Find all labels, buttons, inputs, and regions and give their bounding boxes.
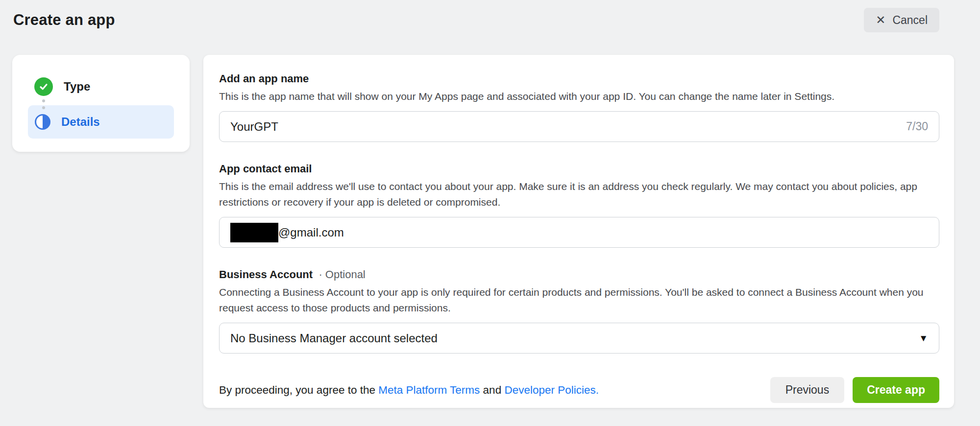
footer-buttons: Previous Create app xyxy=(770,377,939,403)
app-name-description: This is the app name that will show on y… xyxy=(219,89,939,104)
previous-button[interactable]: Previous xyxy=(770,377,844,403)
email-domain-text: @gmail.com xyxy=(278,226,344,239)
contact-email-label: App contact email xyxy=(219,163,939,175)
stepper-connector-dot xyxy=(42,99,45,102)
half-filled-circle-icon xyxy=(35,114,50,130)
create-app-button[interactable]: Create app xyxy=(853,377,939,403)
contact-email-value: @gmail.com xyxy=(230,223,344,242)
chevron-down-icon: ▼ xyxy=(919,333,928,344)
contact-email-input[interactable]: @gmail.com xyxy=(219,217,939,248)
optional-label-text: · Optional xyxy=(318,268,365,281)
content-area: Type Details Add an app name This is the… xyxy=(0,55,980,408)
stepper-step-details[interactable]: Details xyxy=(28,105,174,139)
create-app-page: Create an app ✕ Cancel Type Details xyxy=(0,0,980,426)
terms-prefix: By proceeding, you agree to the xyxy=(219,384,378,396)
optional-label: · Optional xyxy=(316,268,366,281)
redacted-email-box xyxy=(230,223,278,242)
stepper-step-type[interactable]: Type xyxy=(12,55,190,96)
terms-text: By proceeding, you agree to the Meta Pla… xyxy=(219,384,599,397)
page-header: Create an app ✕ Cancel xyxy=(0,0,980,32)
app-name-char-counter: 7/30 xyxy=(906,120,928,133)
business-account-select[interactable]: No Business Manager account selected ▼ xyxy=(219,323,939,354)
details-form-card: Add an app name This is the app name tha… xyxy=(203,55,954,408)
business-account-label: Business Account · Optional xyxy=(219,268,939,281)
step-type-label: Type xyxy=(64,80,90,94)
stepper-card: Type Details xyxy=(12,55,190,152)
app-name-value: YourGPT xyxy=(230,120,278,134)
app-name-field: Add an app name This is the app name tha… xyxy=(219,72,939,142)
contact-email-field: App contact email This is the email addr… xyxy=(219,163,939,248)
close-icon: ✕ xyxy=(876,14,885,26)
checkmark-icon xyxy=(39,82,49,92)
page-title: Create an app xyxy=(13,11,115,29)
cancel-button[interactable]: ✕ Cancel xyxy=(864,8,939,32)
step-details-label: Details xyxy=(61,115,100,129)
terms-middle: and xyxy=(480,384,504,396)
check-circle-icon xyxy=(34,77,53,96)
app-name-label: Add an app name xyxy=(219,72,939,85)
cancel-button-label: Cancel xyxy=(892,14,928,27)
business-account-field: Business Account · Optional Connecting a… xyxy=(219,268,939,354)
meta-platform-terms-link[interactable]: Meta Platform Terms xyxy=(378,384,480,396)
business-account-label-text: Business Account xyxy=(219,268,313,281)
app-name-input[interactable]: YourGPT 7/30 xyxy=(219,111,939,142)
form-footer: By proceeding, you agree to the Meta Pla… xyxy=(219,377,939,403)
business-account-selected-value: No Business Manager account selected xyxy=(230,331,438,345)
developer-policies-link[interactable]: Developer Policies. xyxy=(504,384,599,396)
business-account-description: Connecting a Business Account to your ap… xyxy=(219,284,939,316)
stepper-connector-dot xyxy=(42,106,45,109)
contact-email-description: This is the email address we'll use to c… xyxy=(219,179,939,210)
